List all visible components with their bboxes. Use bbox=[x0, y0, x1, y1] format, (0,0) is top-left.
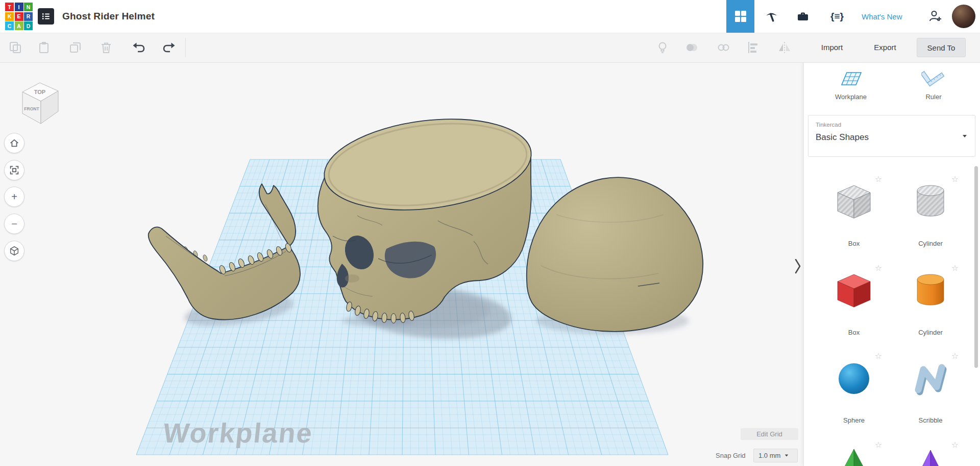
align-button[interactable] bbox=[743, 37, 763, 58]
align-icon bbox=[746, 41, 760, 54]
sphere-thumbnail bbox=[832, 356, 875, 399]
view-cube-top-label: TOP bbox=[34, 89, 45, 95]
copy-button[interactable] bbox=[5, 37, 26, 58]
delete-button[interactable] bbox=[96, 37, 116, 58]
group-button[interactable] bbox=[681, 37, 702, 58]
workplane-tool-button[interactable]: Workplane bbox=[818, 68, 884, 101]
shape-tile-red-box[interactable]: ☆ Box bbox=[826, 264, 882, 342]
shape-label: Box bbox=[826, 240, 882, 247]
favorite-star-icon[interactable]: ☆ bbox=[951, 175, 959, 183]
orange-cylinder-thumbnail bbox=[909, 268, 952, 311]
tinkercad-logo[interactable]: T I N K E R C A D bbox=[5, 3, 34, 30]
group-icon bbox=[685, 41, 698, 54]
logo-letter: A bbox=[15, 21, 23, 30]
codeblocks-icon: {≡} bbox=[830, 11, 844, 22]
hole-cylinder-thumbnail bbox=[909, 179, 952, 222]
redo-button[interactable] bbox=[159, 37, 179, 58]
shape-tile-pyramid[interactable]: ☆ bbox=[826, 441, 882, 466]
shape-label: Cylinder bbox=[902, 240, 959, 247]
shape-label: Box bbox=[826, 329, 882, 336]
pyramid-thumbnail bbox=[832, 445, 875, 466]
favorite-star-icon[interactable]: ☆ bbox=[875, 352, 882, 360]
workplane-tool-label: Workplane bbox=[818, 93, 884, 101]
ruler-tool-button[interactable]: Ruler bbox=[900, 68, 967, 101]
design-title[interactable]: Ghost Rider Helmet bbox=[62, 0, 155, 33]
lightbulb-icon bbox=[656, 41, 669, 54]
logo-letter: R bbox=[24, 12, 33, 21]
favorite-star-icon[interactable]: ☆ bbox=[951, 264, 959, 272]
shape-tile-hole-cylinder[interactable]: ☆ Cylinder bbox=[902, 175, 959, 253]
shape-label: Scribble bbox=[902, 416, 959, 424]
duplicate-icon bbox=[69, 41, 82, 54]
show-hide-button[interactable] bbox=[652, 37, 673, 58]
3d-viewport[interactable]: Workplane bbox=[0, 62, 803, 466]
ungroup-button[interactable] bbox=[713, 37, 733, 58]
toolbar-divider bbox=[185, 38, 186, 57]
codeblocks-button[interactable]: {≡} bbox=[827, 0, 847, 33]
portfolio-button[interactable] bbox=[794, 0, 812, 33]
undo-button[interactable] bbox=[129, 37, 149, 58]
logo-letter: K bbox=[5, 12, 14, 21]
paste-icon bbox=[37, 41, 51, 54]
logo-letter: T bbox=[5, 3, 14, 11]
workplane-watermark: Workplane bbox=[162, 417, 314, 448]
mirror-icon bbox=[778, 41, 791, 54]
shape-tile-hole-box[interactable]: ☆ Box bbox=[826, 175, 882, 253]
ungroup-icon bbox=[717, 41, 730, 54]
favorite-star-icon[interactable]: ☆ bbox=[951, 352, 959, 360]
shape-tile-purple[interactable]: ☆ bbox=[902, 441, 959, 466]
favorite-star-icon[interactable]: ☆ bbox=[951, 441, 959, 449]
briefcase-icon bbox=[796, 10, 810, 23]
list-menu-icon bbox=[41, 12, 51, 21]
edit-toolbar: Import Export Send To bbox=[0, 33, 980, 63]
pickaxe-icon bbox=[765, 10, 778, 24]
design-tiles-icon bbox=[734, 10, 747, 23]
duplicate-button[interactable] bbox=[65, 37, 86, 58]
shape-library-dropdown[interactable]: Tinkercad Basic Shapes bbox=[808, 115, 975, 157]
favorite-star-icon[interactable]: ☆ bbox=[875, 175, 882, 183]
send-to-button[interactable]: Send To bbox=[917, 38, 966, 57]
invite-button[interactable] bbox=[925, 0, 945, 33]
caret-down-icon bbox=[963, 135, 967, 137]
shape-label: Sphere bbox=[826, 416, 882, 424]
red-box-thumbnail bbox=[832, 268, 875, 311]
shape-tile-orange-cylinder[interactable]: ☆ Cylinder bbox=[902, 264, 959, 342]
copy-icon bbox=[9, 41, 22, 54]
favorite-star-icon[interactable]: ☆ bbox=[875, 441, 882, 449]
tinkercad-app: T I N K E R C A D Ghost Rider Helmet bbox=[0, 0, 980, 466]
ruler-tool-label: Ruler bbox=[900, 93, 967, 101]
app-header: T I N K E R C A D Ghost Rider Helmet bbox=[0, 0, 980, 33]
logo-letter: I bbox=[15, 3, 23, 11]
scribble-thumbnail bbox=[909, 356, 952, 399]
logo-letter: C bbox=[5, 21, 14, 30]
view-cube[interactable]: TOP FRONT bbox=[18, 77, 62, 128]
workplane-grid-icon bbox=[839, 68, 863, 88]
whats-new-link[interactable]: What's New bbox=[862, 0, 902, 33]
favorite-star-icon[interactable]: ☆ bbox=[875, 264, 882, 272]
trash-icon bbox=[100, 41, 113, 54]
hole-box-thumbnail bbox=[832, 179, 875, 222]
export-button[interactable]: Export bbox=[864, 38, 906, 56]
avatar[interactable] bbox=[952, 5, 975, 28]
design-menu-button[interactable] bbox=[38, 8, 54, 25]
3d-designs-button[interactable] bbox=[726, 0, 754, 33]
shape-tile-sphere[interactable]: ☆ Sphere bbox=[826, 352, 882, 430]
shape-tile-scribble[interactable]: ☆ Scribble bbox=[902, 352, 959, 430]
ruler-icon bbox=[921, 68, 946, 88]
import-button[interactable]: Import bbox=[811, 38, 853, 56]
library-selected-value: Basic Shapes bbox=[816, 132, 869, 143]
shape-label: Cylinder bbox=[902, 329, 959, 336]
redo-icon bbox=[162, 41, 176, 54]
shapes-panel: Workplane Ruler Tinkercad Basic Shapes ☆ bbox=[803, 62, 980, 466]
paste-button[interactable] bbox=[34, 37, 54, 58]
logo-letter: E bbox=[15, 12, 23, 21]
panel-scrollbar[interactable] bbox=[974, 166, 978, 368]
undo-icon bbox=[132, 41, 145, 54]
library-caption: Tinkercad bbox=[816, 122, 841, 128]
purple-shape-thumbnail bbox=[909, 445, 952, 466]
flip-button[interactable] bbox=[774, 37, 795, 58]
minecraft-button[interactable] bbox=[762, 0, 780, 33]
logo-letter: D bbox=[24, 21, 33, 30]
view-cube-front-label: FRONT bbox=[24, 106, 39, 111]
logo-letter: N bbox=[24, 3, 33, 11]
